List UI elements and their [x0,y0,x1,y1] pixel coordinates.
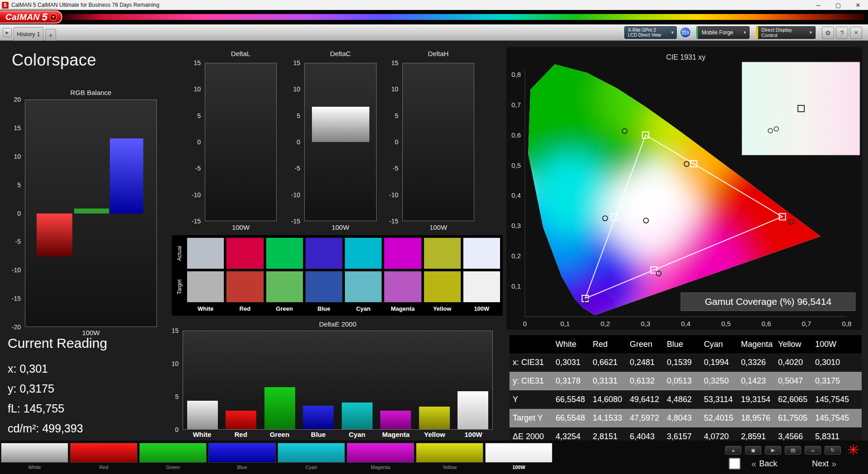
maximize-button[interactable]: ▢ [828,0,848,10]
app-icon: 5 [2,2,9,9]
pattern-window-button[interactable] [729,458,741,469]
table-row-label: x: CIE31 [509,353,552,372]
gamut-coverage-box: Gamut Coverage (%) 96,5414 [681,293,855,311]
back-button[interactable]: « Back [751,457,777,470]
cie-tick-label: 0,1 [561,320,570,327]
table-row-label: y: CIE31 [509,372,552,390]
axis-tick-label: 20 [14,96,21,103]
pattern-swatch[interactable] [278,443,345,463]
color-swatch [384,237,421,269]
deltae-chart [183,331,493,430]
calman-logo[interactable]: CalMAN 5 ▼ [0,10,62,24]
bar [37,213,72,256]
display-control-button[interactable]: Direct Display Control ▼ [756,26,816,39]
nav-arrow-button[interactable]: ▶ [3,28,12,37]
axis-tick-label: -15 [291,218,300,225]
table-cell: 61,7505 [775,409,812,427]
swatch-column-label: Cyan [344,304,382,313]
pattern-swatch[interactable] [347,443,414,463]
cie-title: CIE 1931 xy [666,53,705,61]
table-cell: 0,3010 [812,353,862,372]
bar [458,391,488,429]
calman-window: 5 CalMAN 5 CalMAN Ultimate for Business … [0,0,868,474]
deltah-chart [402,63,474,221]
axis-tick-label: 5 [17,181,21,189]
help-button[interactable]: ? [836,27,848,39]
pattern-swatch[interactable] [208,443,276,463]
rgb-balance-title: RGB Balance [25,89,157,96]
page-title: Colorspace [12,51,96,70]
cie-tick-label: 0,3 [641,320,651,327]
play-button[interactable]: ▶ [765,446,781,455]
pattern-swatch[interactable] [485,443,552,463]
tab-bar: ▶ History 1 + X-Rite i1Pro 2 LCD Direct … [0,24,868,41]
color-swatch [266,237,303,269]
table-header-cell: Blue [664,335,701,353]
axis-tick-label: 10 [171,360,179,367]
swatch-column-label: Magenta [384,304,421,313]
color-swatch [424,237,461,269]
settings-button[interactable]: ⚙ [822,27,834,39]
pattern-swatch-label: Cyan [278,465,345,470]
pattern-swatch[interactable] [70,443,137,463]
display-control-label: Direct Display Control [761,27,809,38]
table-row: y: CIE310,31780,31310,61320,05130,32500,… [509,372,862,390]
color-swatch [266,271,303,303]
close-icon: ✕ [854,30,858,36]
color-swatch [187,237,224,269]
axis-tick-label: -15 [389,218,398,225]
swatch-row-label: Actual [174,237,185,269]
pattern-swatch[interactable] [139,443,207,463]
table-cell: 19,3154 [738,390,775,409]
logo-dropdown-icon[interactable]: ▼ [50,14,57,21]
color-swatch [305,271,343,303]
back-label: Back [759,459,777,469]
table-cell: 14,1533 [590,409,627,427]
axis-tick-label: 10 [14,153,21,160]
axis-tick-label: -15 [12,295,21,302]
table-header-cell: Red [590,335,627,353]
table-cell: 0,5047 [775,372,812,390]
eject-button[interactable]: ▴ [725,446,741,455]
cie-panel: CIE 1931 xy [506,47,862,330]
rgb-balance-chart [25,100,157,327]
table-cell: 0,3326 [738,353,775,372]
panel-close-button[interactable]: ✕ [850,27,862,39]
stop-button[interactable]: ◼ [745,446,761,455]
axis-tick-label: -15 [192,218,201,225]
deltae-column [454,331,493,429]
minimize-button[interactable]: ─ [808,0,828,10]
source-select-button[interactable]: Mobile Forge ▼ [696,26,750,39]
add-tab-button[interactable]: + [45,29,56,41]
next-button[interactable]: Next » [812,457,836,470]
meter-select-button[interactable]: X-Rite i1Pro 2 LCD Direct View ▼ [624,26,677,39]
meter-count-badge[interactable]: 219 [679,27,691,38]
deltac-title: DeltaC [304,50,377,57]
pattern-list-button[interactable]: ▤ [785,446,801,455]
deltae-column [415,331,454,429]
axis-tick-label: 10 [193,85,201,93]
swatch-column-label: Blue [305,304,343,313]
deltae-x-label: Blue [299,431,338,438]
close-button[interactable]: ✕ [848,0,868,10]
loop-button[interactable]: ∞ [805,446,821,455]
color-swatch [463,271,500,303]
deltal-title: DeltaL [205,50,277,57]
table-cell: 14,6080 [590,390,627,409]
deltac-y-axis: 151050-5-10-15 [282,63,302,221]
pattern-swatch[interactable] [1,443,68,463]
swatch-column-label: Yellow [424,304,461,313]
table-cell: 47,5972 [627,409,664,427]
actual-target-swatch-grid: ActualTargetWhiteRedGreenBlueCyanMagenta… [172,235,503,316]
pattern-swatch[interactable] [416,443,483,463]
busy-indicator-icon: ✳ [847,441,859,459]
swatch-column-label: Red [226,304,264,313]
deltac-x-label: 100W [304,223,377,231]
pattern-swatch-label: Blue [208,465,276,470]
bar [74,209,109,213]
axis-tick-label: 15 [193,59,201,66]
bar [380,411,411,429]
tab-history-1[interactable]: History 1 [14,27,43,41]
refresh-button[interactable]: ↻ [825,446,841,455]
axis-tick-label: 0 [297,138,300,146]
